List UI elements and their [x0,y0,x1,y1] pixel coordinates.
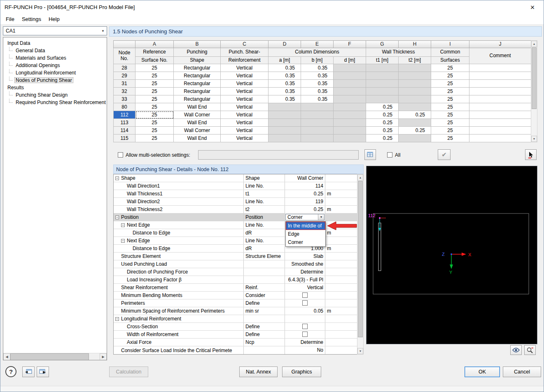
cell-j-node-32[interactable] [469,88,531,95]
collapse-expander-icon[interactable]: − [115,216,119,219]
detail-value[interactable] [285,292,325,299]
scroll-up-icon[interactable]: ▲ [531,41,537,47]
multi-selection-input[interactable] [198,150,359,160]
cell-e-node-115[interactable] [301,135,334,142]
detail-value[interactable]: 0.25 [285,206,325,213]
cell-node-node-115[interactable]: 115 [114,135,135,142]
cancel-button[interactable]: Cancel [503,366,541,377]
detail-label[interactable]: Axial Force [114,339,244,346]
scroll-thumb[interactable] [10,353,89,360]
detail-value[interactable]: Wall Corner [285,174,325,182]
position-combobox[interactable]: Corner▼ [285,214,325,220]
cell-g-node-28[interactable] [366,64,399,72]
dropdown-option-in-the-middle-of[interactable]: In the middle of [286,222,325,230]
detail-value[interactable] [285,315,325,322]
col-letter-g[interactable]: G [366,41,399,48]
detail-label[interactable]: Direction of Punching Force [114,268,244,276]
scroll-thumb[interactable] [532,47,537,109]
cell-g-node-115[interactable]: 0.25 [366,135,399,142]
detail-value[interactable]: Determine [285,339,325,346]
cell-f-node-114[interactable] [334,127,366,135]
cell-h-node-28[interactable] [399,64,431,72]
graphics-button[interactable]: Graphics [282,366,321,377]
detail-value[interactable]: No [285,346,325,354]
cell-i-node-29[interactable]: 25 [431,72,469,80]
pick-node-graphically-button[interactable] [525,149,537,160]
next-table-button[interactable] [37,366,49,377]
cell-h-node-80[interactable] [399,103,431,111]
detail-value[interactable]: 114 [285,182,325,190]
cell-e-node-32[interactable]: 0.35 [301,88,334,95]
col-letter-f[interactable]: F [334,41,366,48]
cell-d-node-112[interactable] [268,111,301,119]
cell-h-node-29[interactable] [399,72,431,80]
cell-e-node-28[interactable]: 0.35 [301,64,334,72]
detail-checkbox[interactable] [302,292,308,298]
cell-node-node-29[interactable]: 29 [114,72,135,80]
cell-g-node-113[interactable]: 0.25 [366,119,399,127]
cell-i-node-32[interactable]: 25 [431,88,469,95]
cell-node-node-32[interactable]: 32 [114,88,135,95]
detail-label[interactable]: Wall Direction2 [114,198,244,205]
cell-j-node-31[interactable] [469,80,531,88]
corner-cell[interactable] [114,41,135,48]
cell-g-node-31[interactable] [366,80,399,88]
detail-label[interactable]: Perimeters [114,299,244,307]
detail-label[interactable]: Wall Thickness2 [114,206,244,213]
cell-node-node-28[interactable]: 28 [114,64,135,72]
detail-label[interactable]: Structure Element [114,253,244,260]
collapse-expander-icon[interactable]: − [121,223,125,227]
col-letter-a[interactable]: A [135,41,174,48]
col-letter-i[interactable]: I [431,41,469,48]
scroll-track[interactable] [10,353,100,360]
cell-h-node-114[interactable]: 0.25 [399,127,431,135]
cell-shape-node-114[interactable]: Wall Corner [174,127,221,135]
cell-shape-node-29[interactable]: Rectangular [174,72,221,80]
cell-e-node-33[interactable]: 0.35 [301,95,334,103]
cell-reinf-node-114[interactable]: Vertical [221,127,268,135]
cell-j-node-28[interactable] [469,64,531,72]
cell-f-node-115[interactable] [334,135,366,142]
cell-i-node-115[interactable]: 25 [431,135,469,142]
cell-node-node-31[interactable]: 31 [114,80,135,88]
cell-node-node-114[interactable]: 114 [114,127,135,135]
cell-i-node-28[interactable]: 25 [431,64,469,72]
cell-node-node-80[interactable]: 80 [114,103,135,111]
cell-ref-node-31[interactable]: 25 [135,80,174,88]
detail-label[interactable]: Consider Surface Load Inside the Critica… [114,346,244,354]
tree-item-nodes-of-punching-shear[interactable]: Nodes of Punching Shear [3,77,107,84]
scroll-down-icon[interactable]: ▼ [357,348,363,354]
detail-value[interactable]: 0.25 [285,190,325,197]
cell-shape-node-33[interactable]: Rectangular [174,95,221,103]
tree-item-results[interactable]: Results [3,84,107,91]
cell-j-node-112[interactable] [469,111,531,119]
cell-e-node-112[interactable] [301,111,334,119]
detail-label[interactable]: Distance to Edge [114,229,244,237]
cell-e-node-29[interactable]: 0.35 [301,72,334,80]
cell-f-node-113[interactable] [334,119,366,127]
ok-button[interactable]: OK [465,366,500,377]
chevron-down-icon[interactable]: ▼ [318,214,324,220]
detail-label[interactable]: Used Punching Load [114,260,244,268]
cell-reinf-node-28[interactable]: Vertical [221,64,268,72]
cell-node-node-33[interactable]: 33 [114,95,135,103]
cell-d-node-28[interactable]: 0.35 [268,64,301,72]
cell-reinf-node-112[interactable]: Vertical [221,111,268,119]
cell-j-node-33[interactable] [469,95,531,103]
cell-i-node-33[interactable]: 25 [431,95,469,103]
detail-checkbox[interactable] [302,300,308,306]
help-icon[interactable]: ? [5,366,16,377]
sidebar-horizontal-scrollbar[interactable]: ◀ ▶ [3,353,107,360]
tree-item-additional-openings[interactable]: Additional Openings [3,62,107,69]
cell-reinf-node-33[interactable]: Vertical [221,95,268,103]
calculation-button[interactable]: Calculation [109,366,148,377]
cell-f-node-28[interactable] [334,64,366,72]
detail-label[interactable]: −Next Edge [114,237,244,244]
detail-value[interactable] [285,331,325,338]
dropdown-option-edge[interactable]: Edge [286,230,325,238]
cell-i-node-114[interactable]: 25 [431,127,469,135]
collapse-expander-icon[interactable]: − [115,176,119,180]
cell-f-node-31[interactable] [334,80,366,88]
previous-table-button[interactable] [22,366,35,377]
details-vertical-scrollbar[interactable]: ▲ ▼ [357,174,364,355]
